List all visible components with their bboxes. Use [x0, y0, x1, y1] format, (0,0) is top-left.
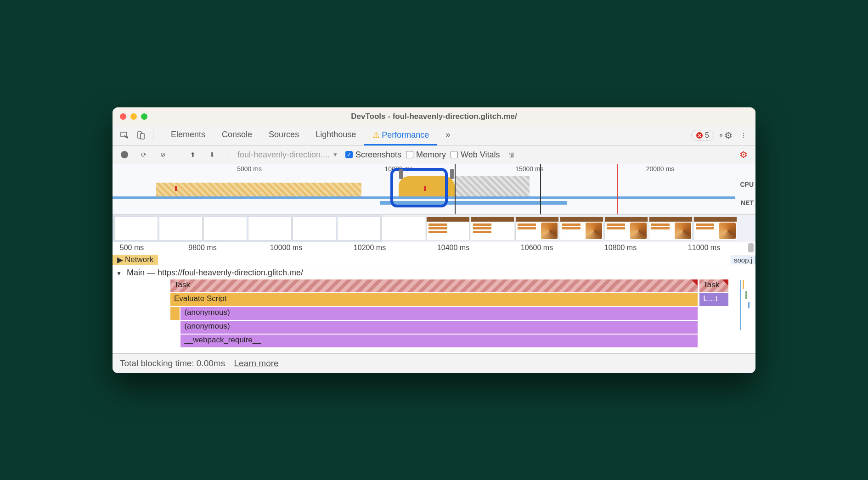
scrollbar-thumb[interactable] [748, 243, 754, 252]
screenshot-thumb[interactable] [515, 217, 559, 240]
memory-checkbox[interactable]: Memory [406, 150, 446, 160]
learn-more-link[interactable]: Learn more [234, 358, 278, 368]
ruler-tick: 9800 ms [188, 244, 216, 252]
panel-tabbar: Elements Console Sources Lighthouse ⚠Per… [113, 126, 755, 146]
checkbox-checked-icon: ✓ [345, 151, 353, 158]
selection-handle-right[interactable] [450, 169, 454, 179]
screenshot-thumb[interactable] [382, 217, 425, 240]
checkbox-icon [406, 151, 413, 158]
screenshot-thumb[interactable] [426, 217, 470, 240]
marker-line-red [617, 164, 618, 214]
main-track-title: Main — https://foul-heavenly-direction.g… [127, 268, 303, 277]
selection-handle-left[interactable] [399, 169, 403, 179]
reload-icon[interactable]: ⟳ [136, 147, 151, 162]
maximize-icon[interactable] [141, 113, 147, 120]
separator [178, 149, 178, 161]
cpu-activity [156, 183, 361, 196]
devtools-window: DevTools - foul-heavenly-direction.glitc… [113, 107, 755, 373]
screenshot-thumb[interactable] [471, 217, 514, 240]
gear-icon[interactable]: ⚙ [718, 128, 733, 143]
timeline-ruler[interactable]: 500 ms 9800 ms 10000 ms 10200 ms 10400 m… [113, 242, 755, 254]
network-request-tag[interactable]: soop.j [731, 256, 755, 264]
ov-tick: 15000 ms [515, 165, 543, 173]
screenshot-thumb[interactable] [604, 217, 648, 240]
flame-bar[interactable] [170, 307, 180, 320]
network-label: Network [125, 255, 153, 264]
flame-bar-task[interactable]: Task [699, 279, 728, 292]
screenshots-label: Screenshots [355, 150, 401, 160]
recording-select[interactable]: foul-heavenly-direction.... ▼ [235, 149, 341, 161]
inspect-icon[interactable] [117, 128, 132, 143]
tab-console[interactable]: Console [214, 125, 260, 145]
close-icon[interactable] [120, 113, 126, 120]
webvitals-checkbox[interactable]: Web Vitals [451, 150, 500, 160]
long-task-indicator-icon [691, 279, 698, 286]
flame-chart[interactable]: ▼ Main — https://foul-heavenly-direction… [113, 266, 755, 353]
screenshot-thumb[interactable] [560, 217, 603, 240]
separator [153, 129, 153, 141]
tabs: Elements Console Sources Lighthouse ⚠Per… [163, 125, 458, 145]
window-title: DevTools - foul-heavenly-direction.glitc… [113, 112, 755, 121]
upload-icon[interactable]: ⬆ [186, 147, 200, 162]
flame-bar-webpack-require[interactable]: __webpack_require__ [180, 335, 698, 347]
chevron-right-icon: ▶ [117, 255, 123, 265]
trash-icon[interactable]: 🗑 [504, 147, 519, 162]
overview-strip[interactable]: 5000 ms 10000 ms 15000 ms 20000 ms CPU N… [113, 164, 755, 215]
tab-sources[interactable]: Sources [260, 125, 307, 145]
screenshot-thumb[interactable] [159, 217, 203, 240]
screenshot-thumb[interactable] [693, 217, 737, 240]
error-count-pill[interactable]: ✕ 5 [691, 130, 714, 141]
minimize-icon[interactable] [130, 113, 137, 120]
screenshot-thumb[interactable] [114, 217, 158, 240]
screenshot-thumb[interactable] [203, 217, 247, 240]
kebab-icon[interactable]: ⋮ [736, 128, 751, 143]
svg-rect-2 [141, 134, 144, 139]
tbt-label: Total blocking time: 0.00ms [120, 358, 225, 368]
screenshot-thumb[interactable] [337, 217, 381, 240]
screenshots-strip[interactable] [113, 215, 755, 242]
warning-icon: ⚠ [372, 130, 380, 140]
screenshot-thumb[interactable] [248, 217, 292, 240]
tab-elements[interactable]: Elements [163, 125, 214, 145]
main-track-header[interactable]: ▼ Main — https://foul-heavenly-direction… [113, 266, 755, 279]
window-controls [120, 113, 147, 120]
flame-bar-anonymous[interactable]: (anonymous) [180, 307, 698, 320]
flame-label: Evaluate Script [174, 294, 226, 303]
screenshot-thumb[interactable] [293, 217, 336, 240]
flame-label: L…t [703, 294, 717, 303]
ruler-tick: 10600 ms [521, 244, 553, 252]
tabbar-right: ✕ 5 ⚙ ⋮ [691, 128, 751, 143]
clear-icon[interactable]: ⊘ [156, 147, 170, 162]
ruler-tick: 10800 ms [604, 244, 637, 252]
recording-select-label: foul-heavenly-direction.... [237, 150, 330, 160]
chevron-down-icon: ▼ [333, 151, 338, 158]
summary-footer: Total blocking time: 0.00ms Learn more [113, 353, 755, 373]
screenshots-checkbox[interactable]: ✓ Screenshots [345, 150, 401, 160]
flame-label: Task [174, 280, 190, 289]
tab-lighthouse[interactable]: Lighthouse [307, 125, 364, 145]
flame-bar-anonymous[interactable]: (anonymous) [180, 321, 698, 334]
checkbox-icon [451, 151, 458, 158]
capture-settings-icon[interactable]: ⚙ [736, 147, 751, 162]
screenshot-thumb[interactable] [649, 217, 693, 240]
flame-label: Task [703, 280, 719, 289]
ruler-tick: 11000 ms [688, 244, 720, 252]
flame-label: (anonymous) [184, 308, 230, 317]
flame-bar-evaluate-script[interactable]: Evaluate Script [170, 293, 698, 306]
performance-toolbar: ⟳ ⊘ ⬆ ⬇ foul-heavenly-direction.... ▼ ✓ … [113, 146, 755, 164]
ov-tick: 20000 ms [646, 165, 674, 173]
playhead[interactable] [455, 164, 456, 214]
download-icon[interactable]: ⬇ [205, 147, 220, 162]
overview-net-label: NET [741, 199, 754, 207]
chevron-down-icon: ▼ [116, 270, 122, 277]
ruler-tick: 500 ms [120, 244, 144, 252]
flame-bar-layout[interactable]: L…t [699, 293, 728, 306]
tab-overflow[interactable]: » [437, 125, 458, 145]
ruler-tick: 10000 ms [270, 244, 302, 252]
record-button[interactable] [117, 147, 132, 162]
tab-performance[interactable]: ⚠Performance [364, 125, 437, 145]
flame-bar-task[interactable]: Task [170, 279, 698, 292]
device-toggle-icon[interactable] [134, 128, 148, 143]
network-track-header[interactable]: ▶Network soop.j [113, 254, 755, 266]
error-dot-icon: ✕ [696, 132, 703, 139]
